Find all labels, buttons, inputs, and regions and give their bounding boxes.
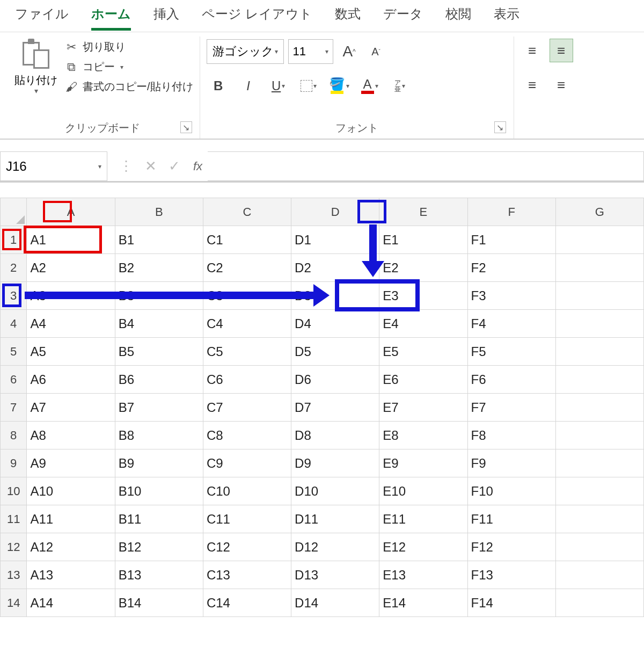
row-header-7[interactable]: 7 — [1, 394, 27, 422]
cut-button[interactable]: ✂ 切り取り — [64, 40, 193, 54]
tab-file[interactable]: ファイル — [15, 5, 69, 28]
cell-E14[interactable]: E14 — [379, 589, 467, 617]
cell-F11[interactable]: F11 — [467, 505, 555, 533]
cell-D13[interactable]: D13 — [291, 561, 379, 589]
cell-B8[interactable]: B8 — [115, 422, 203, 449]
cell-B3[interactable]: B3 — [115, 282, 203, 310]
cell-G1[interactable] — [555, 226, 643, 254]
tab-data[interactable]: データ — [383, 5, 423, 28]
col-header-C[interactable]: C — [203, 198, 291, 226]
cell-A8[interactable]: A8 — [27, 422, 115, 449]
col-header-G[interactable]: G — [555, 198, 643, 226]
align-left-button[interactable]: ≡ — [521, 73, 544, 97]
cell-A13[interactable]: A13 — [27, 561, 115, 589]
cell-B12[interactable]: B12 — [115, 533, 203, 561]
cell-F10[interactable]: F10 — [467, 477, 555, 505]
cell-F7[interactable]: F7 — [467, 394, 555, 422]
cell-E8[interactable]: E8 — [379, 422, 467, 449]
cell-D7[interactable]: D7 — [291, 394, 379, 422]
cell-G2[interactable] — [555, 254, 643, 282]
dialog-launcher-icon[interactable]: ↘ — [180, 121, 192, 133]
cell-D12[interactable]: D12 — [291, 533, 379, 561]
col-header-D[interactable]: D — [291, 198, 379, 226]
cell-C7[interactable]: C7 — [203, 394, 291, 422]
cell-B10[interactable]: B10 — [115, 477, 203, 505]
cell-B7[interactable]: B7 — [115, 394, 203, 422]
dialog-launcher-icon[interactable]: ↘ — [494, 121, 506, 133]
cell-D8[interactable]: D8 — [291, 422, 379, 449]
row-header-3[interactable]: 3 — [1, 282, 27, 310]
cell-B9[interactable]: B9 — [115, 449, 203, 477]
cell-E1[interactable]: E1 — [379, 226, 467, 254]
font-size-dropdown[interactable]: 11 ▾ — [288, 39, 333, 64]
cell-D11[interactable]: D11 — [291, 505, 379, 533]
cell-C3[interactable]: C3 — [203, 282, 291, 310]
underline-button[interactable]: U▾ — [267, 73, 290, 99]
cell-B13[interactable]: B13 — [115, 561, 203, 589]
tab-formulas[interactable]: 数式 — [335, 5, 361, 28]
cell-E3[interactable]: E3 — [379, 282, 467, 310]
fx-label[interactable]: fx — [188, 151, 208, 181]
cell-C12[interactable]: C12 — [203, 533, 291, 561]
cell-F2[interactable]: F2 — [467, 254, 555, 282]
cell-A2[interactable]: A2 — [27, 254, 115, 282]
col-header-E[interactable]: E — [379, 198, 467, 226]
row-header-9[interactable]: 9 — [1, 449, 27, 477]
cell-E4[interactable]: E4 — [379, 310, 467, 338]
name-box[interactable]: J16 ▾ — [0, 151, 107, 181]
align-center-button[interactable]: ≡ — [550, 73, 573, 97]
options-icon[interactable]: ⋮ — [119, 158, 133, 175]
cell-B14[interactable]: B14 — [115, 589, 203, 617]
col-header-A[interactable]: A — [27, 198, 115, 226]
align-top-button[interactable]: ≡ — [521, 39, 544, 62]
cell-G8[interactable] — [555, 422, 643, 449]
cell-F3[interactable]: F3 — [467, 282, 555, 310]
cell-E6[interactable]: E6 — [379, 366, 467, 394]
cell-A14[interactable]: A14 — [27, 589, 115, 617]
cell-C13[interactable]: C13 — [203, 561, 291, 589]
cell-C5[interactable]: C5 — [203, 338, 291, 366]
cell-D5[interactable]: D5 — [291, 338, 379, 366]
chevron-down-icon[interactable]: ▾ — [34, 86, 38, 95]
cell-D4[interactable]: D4 — [291, 310, 379, 338]
cell-D6[interactable]: D6 — [291, 366, 379, 394]
cell-F12[interactable]: F12 — [467, 533, 555, 561]
tab-page-layout[interactable]: ページ レイアウト — [202, 5, 312, 28]
cell-F14[interactable]: F14 — [467, 589, 555, 617]
cell-A9[interactable]: A9 — [27, 449, 115, 477]
chevron-down-icon[interactable]: ▾ — [120, 63, 123, 71]
cell-G3[interactable] — [555, 282, 643, 310]
cell-C10[interactable]: C10 — [203, 477, 291, 505]
row-header-10[interactable]: 10 — [1, 477, 27, 505]
cell-F13[interactable]: F13 — [467, 561, 555, 589]
cell-C2[interactable]: C2 — [203, 254, 291, 282]
copy-button[interactable]: ⧉ コピー ▾ — [64, 60, 193, 74]
shrink-font-button[interactable]: Aˇ — [364, 39, 388, 64]
cell-F5[interactable]: F5 — [467, 338, 555, 366]
cell-A3[interactable]: A3 — [27, 282, 115, 310]
cell-G6[interactable] — [555, 366, 643, 394]
row-header-5[interactable]: 5 — [1, 338, 27, 366]
cancel-icon[interactable]: ✕ — [145, 158, 157, 175]
row-header-13[interactable]: 13 — [1, 561, 27, 589]
cell-B1[interactable]: B1 — [115, 226, 203, 254]
cell-G11[interactable] — [555, 505, 643, 533]
cell-C6[interactable]: C6 — [203, 366, 291, 394]
col-header-B[interactable]: B — [115, 198, 203, 226]
font-name-dropdown[interactable]: 游ゴシック ▾ — [207, 39, 284, 64]
cell-F6[interactable]: F6 — [467, 366, 555, 394]
cell-A7[interactable]: A7 — [27, 394, 115, 422]
cell-C4[interactable]: C4 — [203, 310, 291, 338]
tab-review[interactable]: 校閲 — [445, 5, 471, 28]
tab-insert[interactable]: 挿入 — [153, 5, 179, 28]
cell-D2[interactable]: D2 — [291, 254, 379, 282]
row-header-8[interactable]: 8 — [1, 422, 27, 449]
cell-C11[interactable]: C11 — [203, 505, 291, 533]
row-header-14[interactable]: 14 — [1, 589, 27, 617]
cell-D14[interactable]: D14 — [291, 589, 379, 617]
cell-A12[interactable]: A12 — [27, 533, 115, 561]
cell-B6[interactable]: B6 — [115, 366, 203, 394]
tab-view[interactable]: 表示 — [494, 5, 519, 28]
cell-B5[interactable]: B5 — [115, 338, 203, 366]
cell-A4[interactable]: A4 — [27, 310, 115, 338]
